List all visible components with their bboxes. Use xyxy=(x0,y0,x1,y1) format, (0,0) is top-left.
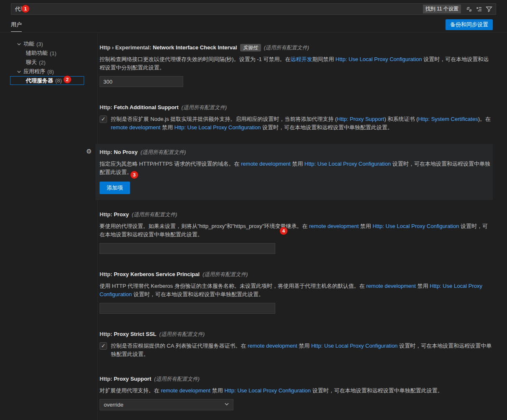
setting-title: Http: Proxy Kerberos Service Principal(适… xyxy=(100,271,487,278)
description-text: 禁用 xyxy=(210,387,224,394)
setting-title-prefix: Http: xyxy=(100,104,114,110)
annotation-badge-4: 4 xyxy=(280,227,287,235)
chevron-down-icon[interactable] xyxy=(15,68,22,75)
setting-scope: (适用所有配置文件) xyxy=(182,105,227,110)
tree-item-chat[interactable]: 聊天 (2) xyxy=(0,58,95,67)
description-text: 控制是否应根据提供的 CA 列表验证代理服务器证书。在 xyxy=(111,343,248,349)
description-text: 禁用 xyxy=(297,343,311,349)
setting-scope: (适用所有配置文件) xyxy=(202,271,248,277)
chevron-down-icon[interactable] xyxy=(15,41,22,47)
results-count-badge: 找到 11 个设置 xyxy=(423,5,461,13)
tree-item-count: (2) xyxy=(39,59,46,66)
description-text: 设置时，可在本地设置和远程设置中单独配置此设置。 xyxy=(261,124,393,131)
description-text: 要使用的代理设置。如果未设置，则将从"http_proxy"和"https_pr… xyxy=(100,223,309,229)
setting-description: 控制检查网络接口更改以使代理缓存失效的时间间隔(秒)。设置为 -1 可禁用。在远… xyxy=(100,55,492,72)
gear-icon[interactable]: ⚙ xyxy=(86,148,92,155)
tree-item-label: 功能 xyxy=(23,40,34,48)
setting-title: Http: Proxy(适用所有配置文件) xyxy=(100,211,487,218)
description-link[interactable]: remote development xyxy=(111,124,161,131)
setting-network-interface-check-interval: Http › Experimental: Network Interface C… xyxy=(95,39,493,93)
setting-title-prefix: Http: xyxy=(100,149,114,155)
backup-sync-settings-button[interactable]: 备份和同步设置 xyxy=(446,19,493,30)
setting-description: 使用 HTTP 代理替代 Kerberos 身份验证的主体服务名称。未设置此项时… xyxy=(100,282,492,299)
description-link[interactable]: Http: Use Local Proxy Configuration xyxy=(373,223,459,229)
setting-title: Http › Experimental: Network Interface C… xyxy=(100,44,487,51)
tree-item-count: (1) xyxy=(50,50,56,56)
header-divider xyxy=(0,32,507,33)
description-link[interactable]: 远程开发 xyxy=(290,56,312,62)
description-text: 禁用 xyxy=(359,223,373,229)
setting-scope: (适用所有配置文件) xyxy=(154,376,200,382)
description-link[interactable]: remote development xyxy=(241,161,291,167)
description-link[interactable]: Http: Use Local Proxy Configuration xyxy=(305,161,391,167)
description-link[interactable]: Http: System Certificates xyxy=(418,116,478,122)
description-link[interactable]: Http: Proxy Support xyxy=(337,116,384,122)
description-text: )。在 xyxy=(478,116,491,122)
setting-title-prefix: Http: xyxy=(100,331,114,337)
settings-tree: 功能 (3) 辅助功能 (1) 聊天 (2) 应用程序 (8) 代理服务器 (8… xyxy=(0,33,95,420)
proxy-input[interactable] xyxy=(100,243,275,254)
description-link[interactable]: remote development xyxy=(309,223,359,229)
description-text: 对扩展使用代理支持。在 xyxy=(100,387,161,394)
annotation-badge-3: 3 xyxy=(131,171,138,179)
setting-title-name: Proxy Strict SSL xyxy=(114,331,156,337)
description-text: 禁用 xyxy=(291,161,305,167)
description-text: 设置时，可在本地设置和远程设置中单独配置此设置。 xyxy=(132,291,264,297)
description-text: 禁用 xyxy=(161,124,174,131)
description-text: 控制检查网络接口更改以使代理缓存失效的时间间隔(秒)。设置为 -1 可禁用。在 xyxy=(100,56,290,62)
tree-item-count: (8) xyxy=(47,69,54,75)
description-text: 指定应为其忽略 HTTP/HTTPS 请求的代理设置的域名。在 xyxy=(100,161,241,167)
sparkle-icon[interactable] xyxy=(464,5,474,14)
tab-user[interactable]: 用户 xyxy=(11,21,22,32)
setting-title-name: Network Interface Check Interval xyxy=(153,44,237,51)
setting-scope: (适用所有配置文件) xyxy=(159,331,205,337)
description-link[interactable]: Http: Use Local Proxy Configuration xyxy=(174,124,261,131)
tree-item-label: 辅助功能 xyxy=(26,49,48,57)
add-item-button[interactable]: 添加项 xyxy=(100,182,130,194)
filter-icon[interactable] xyxy=(484,5,494,14)
tree-item-label: 代理服务器 xyxy=(26,77,53,85)
settings-search-input[interactable]: 代理 找到 11 个设置 xyxy=(11,3,496,15)
setting-title: Http: Fetch Additional Support(适用所有配置文件) xyxy=(100,104,487,111)
setting-title-name: Proxy Kerberos Service Principal xyxy=(114,271,200,277)
description-text: 控制是否应扩展 Node.js 提取实现并提供额外支持。启用相应的设置时，当前将… xyxy=(111,116,337,122)
description-link[interactable]: remote development xyxy=(248,343,297,349)
tree-item-accessibility[interactable]: 辅助功能 (1) xyxy=(0,49,95,58)
experimental-badge: 实验性 xyxy=(240,44,261,51)
description-link[interactable]: Http: Use Local Proxy Configuration xyxy=(311,343,398,349)
setting-no-proxy: ⚙ Http: No Proxy(适用所有配置文件) 指定应为其忽略 HTTP/… xyxy=(95,144,493,200)
setting-scope: (适用所有配置文件) xyxy=(132,212,177,218)
description-link[interactable]: remote development xyxy=(366,283,416,289)
setting-title: Http: No Proxy(适用所有配置文件) xyxy=(100,149,487,156)
setting-title: Http: Proxy Support(适用所有配置文件) xyxy=(100,376,487,383)
tree-item-label: 应用程序 xyxy=(23,68,45,75)
description-link[interactable]: remote development xyxy=(161,387,211,394)
setting-title-name: No Proxy xyxy=(114,149,138,155)
setting-title-name: Proxy xyxy=(114,211,129,218)
proxy-strict-ssl-checkbox[interactable]: ✓ xyxy=(100,342,107,350)
setting-title: Http: Proxy Strict SSL(适用所有配置文件) xyxy=(100,331,487,338)
proxy-kerberos-service-principal-input[interactable] xyxy=(100,303,275,314)
setting-description: 控制是否应根据提供的 CA 列表验证代理服务器证书。在 remote devel… xyxy=(111,342,496,359)
annotation-badge-1: 1 xyxy=(22,5,29,13)
setting-title-prefix: Http › Experimental: xyxy=(100,44,153,51)
tree-item-features[interactable]: 功能 (3) xyxy=(0,39,95,49)
description-link[interactable]: Http: Use Local Proxy Configuration xyxy=(224,387,311,394)
setting-scope: (适用所有配置文件) xyxy=(141,149,186,155)
description-text: 设置时，可在本地设置和远程设置中单独配置此设置。 xyxy=(311,387,443,394)
description-text: 使用 HTTP 代理替代 Kerberos 身份验证的主体服务名称。未设置此项时… xyxy=(100,283,366,289)
description-text: 期间禁用 xyxy=(312,56,335,62)
setting-description: 要使用的代理设置。如果未设置，则将从"http_proxy"和"https_pr… xyxy=(100,222,492,239)
clear-search-results-icon[interactable] xyxy=(474,5,484,14)
proxy-support-select[interactable]: override xyxy=(100,399,233,410)
setting-fetch-additional-support: Http: Fetch Additional Support(适用所有配置文件)… xyxy=(95,99,493,138)
setting-proxy-strict-ssl: Http: Proxy Strict SSL(适用所有配置文件) ✓ 控制是否应… xyxy=(95,326,493,364)
tree-item-count: (8) xyxy=(55,77,62,84)
network-interface-check-interval-input[interactable] xyxy=(100,76,183,87)
setting-description: 指定应为其忽略 HTTP/HTTPS 请求的代理设置的域名。在 remote d… xyxy=(100,160,492,177)
tree-item-proxy-server[interactable]: 代理服务器 (8) xyxy=(10,76,84,85)
tree-item-application[interactable]: 应用程序 (8) xyxy=(0,67,95,76)
setting-description: 对扩展使用代理支持。在 remote development 禁用 Http: … xyxy=(100,387,492,395)
fetch-additional-support-checkbox[interactable]: ✓ xyxy=(100,115,107,123)
description-link[interactable]: Http: Use Local Proxy Configuration xyxy=(335,56,422,62)
